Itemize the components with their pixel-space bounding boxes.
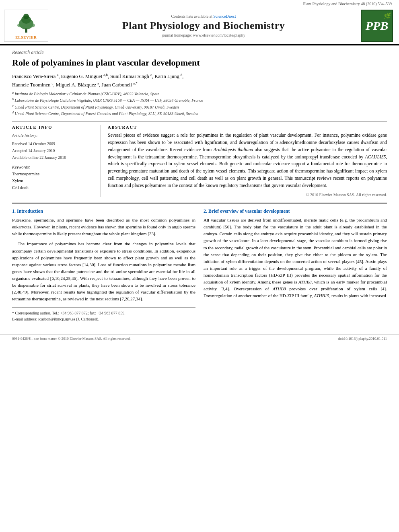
- section2-para1: All vascular tissues are derived from un…: [204, 217, 387, 299]
- svg-point-5: [29, 23, 35, 27]
- ppb-logo-container: PPB 🌿: [359, 10, 395, 42]
- body-col-right: 2. Brief overview of vascular developmen…: [204, 207, 387, 322]
- elsevier-logo: ELSEVIER: [4, 10, 48, 42]
- footnote-area: * Corresponding author. Tel.: +34 963 87…: [12, 307, 195, 322]
- article-type: Research article: [12, 49, 387, 55]
- keywords-section: Keywords: Thermospermine Xylem Cell deat…: [12, 165, 95, 191]
- article-info-heading: ARTICLE INFO: [12, 125, 95, 129]
- section1-para2: The importance of polyamines has become …: [12, 240, 195, 302]
- sciencedirect-line: Contents lists available at ScienceDirec…: [48, 14, 359, 18]
- copyright-line: © 2010 Elsevier Masson SAS. All rights r…: [108, 193, 387, 197]
- history-title: Article history:: [12, 132, 95, 139]
- corresponding-footnote: * Corresponding author. Tel.: +34 963 87…: [12, 310, 195, 316]
- keyword-1: Thermospermine: [12, 170, 95, 177]
- keyword-2: Xylem: [12, 177, 95, 184]
- elsevier-wordmark: ELSEVIER: [15, 35, 37, 39]
- abstract-col: ABSTRACT Several pieces of evidence sugg…: [108, 125, 387, 197]
- ppb-leaf-icon: 🌿: [383, 12, 390, 19]
- article-info-abstract: ARTICLE INFO Article history: Received 1…: [12, 125, 387, 197]
- section1-title: 1. Introduction: [12, 207, 195, 215]
- banner-center: Contents lists available at ScienceDirec…: [48, 14, 359, 37]
- body-content: 1. Introduction Putrescine, spermidine, …: [12, 207, 387, 322]
- page-container: Plant Physiology and Biochemistry 48 (20…: [0, 0, 399, 343]
- keywords-title: Keywords:: [12, 165, 95, 169]
- affiliations: a Instituto de Biología Molecular y Celu…: [12, 90, 387, 117]
- accepted-date: Accepted 14 January 2010: [12, 147, 95, 154]
- abstract-heading: ABSTRACT: [108, 125, 387, 129]
- elsevier-tree-svg: [12, 12, 40, 35]
- journal-banner: ELSEVIER Contents lists available at Sci…: [0, 7, 399, 45]
- section-divider: [12, 121, 387, 122]
- bottom-bar: 0981-9428/$ – see front matter © 2010 El…: [0, 334, 399, 343]
- journal-reference: Plant Physiology and Biochemistry 48 (20…: [0, 0, 399, 7]
- journal-ref-text: Plant Physiology and Biochemistry 48 (20…: [303, 2, 392, 6]
- article-title: Role of polyamines in plant vascular dev…: [12, 57, 387, 69]
- sciencedirect-link[interactable]: ScienceDirect: [213, 14, 236, 18]
- available-date: Available online 22 January 2010: [12, 154, 95, 161]
- email-footnote: E-mail address: jcarbon@ibmcp.upv.es (J.…: [12, 316, 195, 322]
- ppb-logo: PPB 🌿: [361, 10, 393, 42]
- svg-point-4: [17, 23, 23, 27]
- ppb-text: PPB: [366, 20, 389, 32]
- article-info-col: ARTICLE INFO Article history: Received 1…: [12, 125, 101, 197]
- section2-title: 2. Brief overview of vascular developmen…: [204, 207, 387, 215]
- received-date: Received 14 October 2009: [12, 140, 95, 147]
- issn-line: 0981-9428/$ – see front matter © 2010 El…: [12, 337, 131, 341]
- section1-para1: Putrescine, spermidine, and spermine hav…: [12, 217, 195, 237]
- journal-homepage: journal homepage: www.elsevier.com/locat…: [48, 33, 359, 37]
- keywords-list: Thermospermine Xylem Cell death: [12, 170, 95, 191]
- doi-line: doi:10.1016/j.plaphy.2010.01.011: [338, 337, 387, 341]
- body-col-left: 1. Introduction Putrescine, spermidine, …: [12, 207, 195, 322]
- keyword-3: Cell death: [12, 184, 95, 191]
- svg-point-3: [23, 14, 29, 19]
- journal-title: Plant Physiology and Biochemistry: [48, 20, 359, 32]
- abstract-text: Several pieces of evidence suggest a rol…: [108, 132, 387, 189]
- body-divider: [12, 203, 387, 203]
- article-content: Research article Role of polyamines in p…: [0, 45, 399, 330]
- authors-line: Francisco Vera-Sirera a, Eugenio G. Ming…: [12, 72, 387, 89]
- article-history: Article history: Received 14 October 200…: [12, 132, 95, 161]
